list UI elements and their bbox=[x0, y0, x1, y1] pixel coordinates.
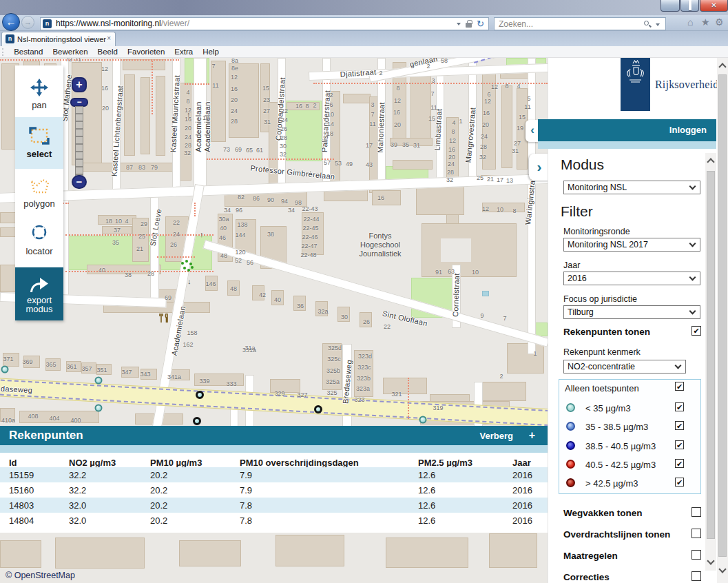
favorites-star-icon[interactable]: ★ bbox=[701, 17, 710, 28]
maximize-button[interactable] bbox=[680, 0, 699, 12]
house-number: 15 bbox=[519, 114, 526, 121]
close-button[interactable]: ✕ bbox=[700, 0, 728, 12]
rekenpunten-tonen-checkbox[interactable]: ✔ bbox=[691, 326, 701, 336]
chevron-right-icon: › bbox=[537, 158, 542, 174]
search-box[interactable]: Zoeken... bbox=[494, 17, 666, 30]
house-number: 8 bbox=[396, 85, 399, 92]
panel-scrollbar-thumb[interactable] bbox=[707, 171, 715, 539]
house-number: 365 bbox=[45, 361, 56, 368]
back-button[interactable]: ← bbox=[2, 13, 20, 31]
filter-field-select[interactable]: Tilburg bbox=[563, 305, 700, 319]
search-icon[interactable] bbox=[644, 21, 649, 25]
house-number: 22-46 bbox=[302, 234, 318, 241]
rekenpunt-marker[interactable] bbox=[196, 391, 204, 399]
select-tool-button[interactable]: select bbox=[15, 149, 63, 159]
zoom-slider-track[interactable] bbox=[75, 106, 83, 178]
login-label[interactable]: Inloggen bbox=[669, 125, 707, 135]
login-bar[interactable]: Inloggen bbox=[538, 119, 716, 141]
refresh-icon[interactable]: ↻ bbox=[477, 19, 484, 28]
legend-checkbox[interactable]: ✔ bbox=[675, 402, 684, 411]
search-dropdown-icon[interactable] bbox=[656, 23, 660, 26]
house-number: 40 bbox=[220, 225, 227, 232]
house-number: 25 bbox=[138, 233, 145, 240]
menu-item-help[interactable]: Help bbox=[198, 48, 224, 56]
house-number: 14 bbox=[327, 121, 334, 127]
map-dotted-line bbox=[313, 83, 548, 84]
house-number: 8e bbox=[231, 65, 238, 72]
toggle-checkbox[interactable] bbox=[691, 507, 701, 517]
legend-label: 40.5 - 42.5 µg/m3 bbox=[585, 460, 656, 470]
filter-field-select[interactable]: Monitoring NSL 2017 bbox=[563, 238, 700, 252]
house-number: 31 bbox=[413, 142, 420, 149]
house-number: 8 bbox=[186, 98, 189, 105]
alleen-toetspunten-label: Alleen toetspunten bbox=[565, 383, 639, 393]
legend-checkbox[interactable]: ✔ bbox=[675, 478, 684, 487]
window-titlebar[interactable]: ✕ bbox=[0, 0, 728, 15]
table-cell: 2016 bbox=[512, 515, 532, 526]
tab-close-icon[interactable]: × bbox=[107, 34, 111, 42]
house-number: 2 bbox=[379, 70, 382, 76]
rekenpunt-marker[interactable] bbox=[314, 405, 322, 413]
table-row[interactable]: 1480332.020.27.812.62016 bbox=[0, 498, 548, 513]
table-row[interactable]: 1516032.220.27.912.62016 bbox=[0, 482, 548, 498]
kenmerk-select[interactable]: NO2-concentratie bbox=[563, 360, 686, 374]
rekenpunt-marker[interactable] bbox=[193, 417, 201, 425]
rekenpunt-marker[interactable] bbox=[95, 377, 103, 385]
table-row[interactable]: 1515932.220.27.912.62016 bbox=[0, 467, 548, 482]
menu-item-bewerken[interactable]: Bewerken bbox=[48, 48, 92, 56]
house-number: 22-45 bbox=[302, 225, 318, 232]
tree-dot-icon bbox=[191, 266, 194, 269]
polygon-tool-button[interactable]: polygon bbox=[15, 198, 63, 209]
url-dropdown-icon[interactable] bbox=[457, 23, 461, 25]
toggle-checkbox[interactable] bbox=[691, 571, 701, 581]
address-bar[interactable]: n https://www.nsl-monitoring.nl/viewer/ … bbox=[40, 17, 489, 30]
house-number: 10 bbox=[472, 269, 479, 276]
alleen-toetspunten-checkbox[interactable]: ✔ bbox=[675, 382, 684, 391]
pan-tool-button[interactable]: pan bbox=[15, 100, 63, 110]
panel-expand-right-button[interactable]: › bbox=[529, 154, 550, 181]
tab-favicon: n bbox=[6, 34, 14, 43]
filter-field-select[interactable]: 2016 bbox=[563, 272, 700, 285]
legend-checkbox[interactable]: ✔ bbox=[675, 459, 684, 468]
toggle-checkbox[interactable] bbox=[691, 550, 701, 560]
locator-tool-button[interactable]: locator bbox=[15, 246, 63, 256]
house-number: 17 bbox=[366, 142, 373, 149]
legend-checkbox[interactable]: ✔ bbox=[675, 440, 684, 449]
home-icon[interactable]: ⌂ bbox=[687, 17, 693, 28]
house-number: 12 bbox=[449, 137, 456, 144]
modus-select[interactable]: Monitoring NSL bbox=[563, 181, 700, 194]
panel-collapse-left-button[interactable]: ‹ bbox=[526, 120, 539, 142]
house-number: 11 bbox=[430, 104, 437, 111]
menu-item-extra[interactable]: Extra bbox=[169, 48, 198, 56]
menu-item-bestand[interactable]: Bestand bbox=[9, 48, 48, 56]
map-building bbox=[156, 76, 165, 156]
zoom-out-button[interactable]: − bbox=[72, 175, 87, 189]
legend-label: > 42.5 µg/m3 bbox=[585, 478, 638, 489]
rekenpunt-marker[interactable] bbox=[419, 416, 427, 424]
house-number: 333 bbox=[226, 380, 236, 387]
menu-item-favorieten[interactable]: Favorieten bbox=[123, 48, 169, 56]
chevron-down-icon bbox=[689, 274, 696, 281]
settings-gear-icon[interactable]: ⚙ bbox=[715, 17, 724, 28]
table-row[interactable]: 1480432.020.27.812.62016 bbox=[0, 513, 548, 528]
menu-item-beeld[interactable]: Beeld bbox=[93, 48, 123, 56]
rekenpunt-marker[interactable] bbox=[1, 366, 9, 374]
forward-button[interactable]: → bbox=[21, 16, 34, 29]
toggle-checkbox[interactable] bbox=[691, 529, 701, 538]
menu-grip bbox=[2, 48, 3, 56]
house-number: 16 bbox=[483, 110, 490, 116]
rekenpunt-marker[interactable] bbox=[95, 405, 103, 412]
zoom-in-button[interactable]: + bbox=[72, 77, 87, 92]
legend-box bbox=[559, 379, 701, 494]
legend-checkbox[interactable]: ✔ bbox=[675, 421, 684, 430]
house-number: 65 bbox=[246, 147, 253, 154]
expand-table-button[interactable]: + bbox=[529, 429, 535, 442]
map-viewport[interactable]: Slot MatheneKasteel LichtenbergstraatKas… bbox=[0, 58, 548, 583]
tab-nsl-viewer[interactable]: n Nsl-monitoringstool viewer × bbox=[1, 32, 116, 46]
url-text[interactable]: https://www.nsl-monitoring.nl/viewer/ bbox=[56, 18, 189, 30]
export-modus-button[interactable]: export modus bbox=[15, 267, 63, 320]
verberg-button[interactable]: Verberg bbox=[480, 431, 513, 441]
page-scrollbar-thumb[interactable] bbox=[718, 74, 727, 557]
minimize-button[interactable] bbox=[661, 0, 680, 12]
house-number: 158 bbox=[187, 329, 197, 336]
